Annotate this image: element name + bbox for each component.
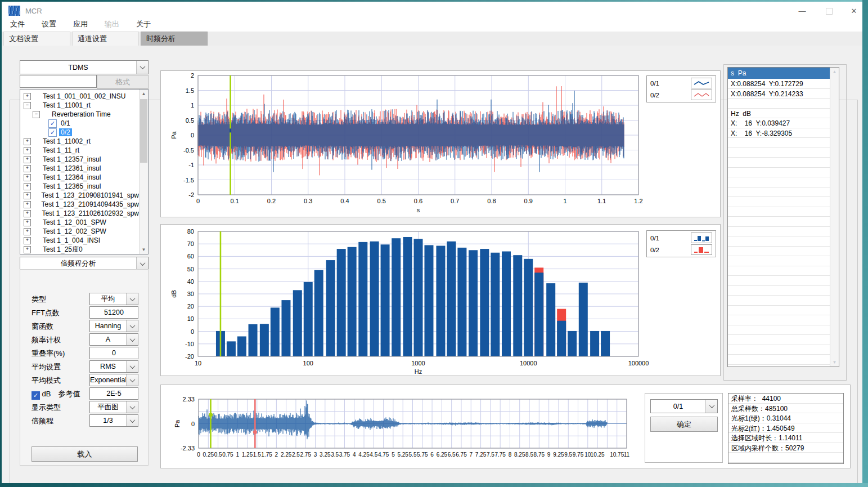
tree-toggle-icon[interactable]: + (24, 138, 31, 145)
combo-arrow-button[interactable] (126, 401, 138, 413)
analysis-type-combo-value: 倍频程分析 (20, 259, 136, 269)
tree-toggle-icon[interactable]: + (24, 237, 31, 244)
load-button[interactable]: 载入 (32, 446, 138, 462)
octave-spectrum-chart[interactable]: -20-100102030405060708010100100010000100… (161, 225, 720, 376)
channel-combo[interactable]: 0/1 (650, 399, 718, 413)
setting-combo-9[interactable]: 1/3 (89, 414, 138, 427)
readout-row[interactable] (728, 99, 830, 109)
menu-item-输出[interactable]: 输出 (96, 17, 128, 32)
scroll-up-icon[interactable]: ▲ (140, 90, 148, 98)
tab-通道设置[interactable]: 通道设置 (72, 32, 139, 46)
confirm-button[interactable]: 确定 (650, 417, 718, 432)
setting-combo-3[interactable]: A (89, 333, 138, 346)
tree-scrollbar-thumb[interactable] (140, 99, 147, 163)
setting-input-1[interactable] (89, 306, 138, 319)
setting-row-6: 平均模式Exponential (20, 374, 148, 386)
setting-combo-6[interactable]: Exponential (89, 374, 138, 386)
tree-toggle-icon[interactable]: + (24, 219, 31, 226)
readout-row[interactable]: Hz dB (728, 109, 830, 119)
setting-input-4[interactable] (89, 347, 138, 359)
tree-item[interactable]: +Test 1_123_210914094435_spw (20, 200, 141, 209)
tree-item[interactable]: +Test 1_12_001_SPW (20, 218, 141, 227)
readout-row[interactable]: X:0.088254 Y:0.214233 (728, 89, 830, 99)
combo-arrow-button[interactable] (136, 257, 148, 270)
tree-toggle-icon[interactable]: + (24, 165, 31, 172)
tick-label: 100000 (628, 360, 649, 367)
tree-item[interactable]: +Test 1_12365_insul (20, 182, 141, 191)
tick-label: 1000 (411, 360, 425, 367)
maximize-button[interactable] (816, 3, 842, 19)
readout-row[interactable]: X: 16 Y:-8.329305 (728, 128, 830, 138)
combo-arrow-button[interactable] (126, 374, 138, 386)
minimize-button[interactable]: — (789, 3, 815, 19)
tree-toggle-icon[interactable]: + (24, 93, 31, 100)
tree-item[interactable]: ✓0/2 (20, 128, 149, 137)
filter-input[interactable] (20, 75, 97, 88)
setting-input-7[interactable] (89, 387, 138, 400)
tree-toggle-icon[interactable]: + (24, 246, 31, 253)
analysis-type-combo[interactable]: 倍频程分析 (20, 257, 149, 270)
tree-item[interactable]: +Test 1_001_001_002_INSU (20, 92, 141, 101)
db-checkbox[interactable]: ✓ (32, 391, 40, 400)
setting-combo-5[interactable]: RMS (89, 360, 138, 373)
tab-时频分析[interactable]: 时频分析 (141, 32, 208, 46)
cursor1-green-marker[interactable] (209, 413, 213, 417)
tree-item[interactable]: −Test 1_11001_rt (20, 101, 141, 110)
format-button[interactable]: 格式 (97, 75, 149, 89)
menu-item-应用[interactable]: 应用 (65, 17, 96, 32)
scroll-down-icon[interactable]: ▼ (140, 245, 148, 254)
tree-toggle-icon[interactable]: + (24, 147, 31, 154)
file-format-combo[interactable]: TDMS (20, 60, 149, 74)
menu-item-文件[interactable]: 文件 (2, 17, 33, 32)
combo-arrow-button[interactable] (126, 293, 138, 305)
tree-item[interactable]: +Test 1_25度0 (20, 245, 141, 254)
tree-item[interactable]: +Test 1_12364_insul (20, 173, 141, 182)
tree-checkbox[interactable]: ✓ (48, 128, 57, 137)
tick-label: 0.9 (524, 198, 533, 204)
tree-item[interactable]: +Test 1_11002_rt (20, 137, 141, 146)
setting-combo-0[interactable]: 平均 (89, 293, 138, 305)
close-button[interactable]: ✕ (843, 3, 865, 19)
readout-header[interactable]: s Pa (728, 68, 830, 79)
readout-row[interactable]: X: 16 Y:0.039427 (728, 118, 830, 128)
tree-scrollbar[interactable]: ▲ ▼ (139, 90, 148, 254)
combo-arrow-button[interactable] (136, 61, 148, 74)
cursor2-red-marker[interactable] (253, 430, 257, 434)
scroll-up-icon[interactable]: ▲ (830, 68, 839, 76)
setting-combo-8[interactable]: 平面图 (89, 401, 138, 413)
tree-item[interactable]: +Test 1_11_rt (20, 146, 141, 155)
combo-arrow-button[interactable] (126, 361, 138, 372)
tree-item[interactable]: +Test 1_12361_insul (20, 164, 141, 173)
tree-item-label: Reverberation Time (50, 110, 113, 118)
tree-item[interactable]: +Test 1_123_210908101941_spw (20, 191, 141, 200)
combo-arrow-button[interactable] (705, 400, 717, 413)
tree-item[interactable]: +Test 1_12_002_SPW (20, 227, 141, 236)
setting-combo-2[interactable]: Hanning (89, 320, 138, 332)
readout-row[interactable]: X:0.088254 Y:0.172729 (728, 79, 830, 89)
tree-toggle-icon[interactable]: + (24, 210, 31, 217)
tree-item[interactable]: +Test 1_123_211026102932_spw (20, 209, 141, 218)
tree-toggle-icon[interactable]: + (24, 174, 31, 181)
tree-toggle-icon[interactable]: + (24, 201, 31, 208)
tree-toggle-icon[interactable]: + (24, 156, 31, 163)
combo-arrow-button[interactable] (126, 415, 138, 426)
menu-item-设置[interactable]: 设置 (33, 17, 65, 32)
readout-scrollbar[interactable]: ▲ ▼ (830, 68, 839, 367)
tree-item[interactable]: ✓0/1 (20, 119, 149, 128)
tree-toggle-icon[interactable]: + (24, 228, 31, 235)
scroll-down-icon[interactable]: ▼ (830, 358, 839, 367)
tree-toggle-icon[interactable]: − (24, 102, 31, 109)
tree-toggle-icon[interactable]: + (24, 183, 31, 190)
combo-arrow-button[interactable] (126, 320, 138, 332)
tree-item[interactable]: +Test 1_1_004_INSI (20, 236, 141, 245)
tree-item[interactable]: −Reverberation Time (20, 110, 149, 119)
tick-label: Hz (415, 368, 422, 375)
time-waveform-chart[interactable]: 00.10.20.30.40.50.60.70.80.911.11.2-2-1.… (161, 71, 720, 217)
tree-checkbox[interactable]: ✓ (48, 119, 57, 128)
menu-item-关于[interactable]: 关于 (128, 17, 159, 32)
tree-item[interactable]: +Test 1_12357_insul (20, 155, 141, 164)
tree-toggle-icon[interactable]: + (24, 192, 31, 199)
tab-文档设置[interactable]: 文档设置 (3, 32, 70, 46)
combo-arrow-button[interactable] (126, 334, 138, 345)
tree-toggle-icon[interactable]: − (33, 111, 40, 118)
